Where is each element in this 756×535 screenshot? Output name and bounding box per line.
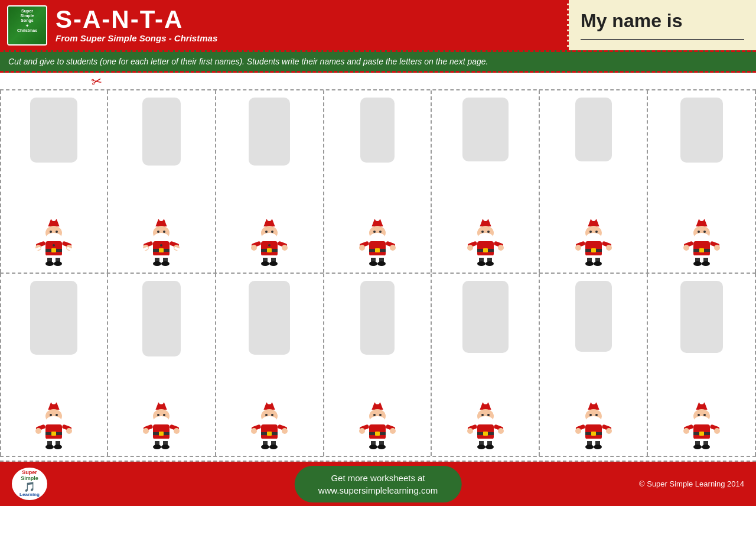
- svg-point-80: [369, 261, 377, 266]
- svg-point-161: [159, 400, 164, 404]
- svg-point-24: [159, 216, 164, 221]
- svg-point-125: [698, 231, 700, 233]
- svg-point-145: [56, 414, 58, 416]
- letter-box: [30, 98, 77, 163]
- svg-point-17: [45, 261, 54, 266]
- svg-point-108: [586, 233, 601, 242]
- svg-point-68: [373, 231, 376, 233]
- svg-point-95: [467, 245, 473, 251]
- svg-rect-41: [153, 255, 170, 258]
- header: SuperSimpleSongs✦Christmas S-A-N-T-A Fro…: [0, 0, 756, 50]
- footer-copyright: © Super Simple Learning 2014: [639, 479, 744, 488]
- svg-rect-234: [477, 439, 494, 441]
- book-cover: SuperSimpleSongs✦Christmas: [7, 5, 47, 46]
- santa-figure: [568, 215, 618, 268]
- santa-figure: [136, 398, 187, 451]
- svg-point-157: [54, 445, 62, 449]
- footer-website-line2: www.supersimplelearning.com: [318, 484, 438, 497]
- bottom-cut-line: [0, 457, 756, 462]
- svg-rect-120: [585, 255, 602, 258]
- svg-rect-111: [591, 248, 596, 252]
- svg-point-6: [46, 233, 61, 242]
- svg-point-156: [45, 445, 54, 449]
- svg-point-5: [56, 231, 58, 233]
- svg-rect-177: [153, 439, 170, 441]
- svg-point-176: [161, 445, 170, 449]
- svg-point-153: [66, 428, 72, 434]
- svg-rect-92: [483, 248, 488, 252]
- my-name-label: My name is: [581, 10, 744, 32]
- svg-rect-272: [693, 439, 710, 441]
- svg-point-213: [369, 445, 377, 449]
- svg-point-218: [483, 400, 488, 404]
- letter-box: [142, 281, 181, 356]
- instruction-bar: Cut and give to students (one for each l…: [0, 50, 756, 73]
- svg-point-194: [261, 445, 269, 449]
- santa-figure: [676, 215, 726, 268]
- svg-point-127: [694, 233, 709, 242]
- svg-point-133: [683, 245, 689, 251]
- name-section: My name is: [567, 0, 756, 50]
- svg-point-96: [498, 245, 504, 251]
- santa-figure: [29, 215, 79, 268]
- svg-point-222: [478, 416, 493, 426]
- svg-point-85: [483, 216, 488, 221]
- svg-point-266: [683, 428, 689, 434]
- svg-point-183: [271, 414, 273, 416]
- grid-cell: [324, 274, 432, 456]
- svg-point-28: [154, 233, 169, 242]
- svg-point-18: [54, 261, 62, 266]
- svg-point-69: [379, 231, 382, 233]
- svg-point-40: [161, 261, 170, 266]
- letter-box: [680, 98, 723, 163]
- svg-point-259: [703, 414, 706, 416]
- svg-point-171: [143, 428, 149, 434]
- svg-point-214: [377, 445, 386, 449]
- header-title: S-A-N-T-A From Super Simple Songs - Chri…: [56, 7, 217, 43]
- svg-point-2: [51, 216, 56, 221]
- santa-figure: [676, 398, 726, 451]
- letter-box: [462, 98, 509, 161]
- svg-point-61: [261, 261, 269, 266]
- grid-cell: [216, 274, 324, 456]
- letter-box: [575, 281, 612, 352]
- santa-figure: [245, 215, 295, 268]
- svg-rect-73: [375, 248, 380, 252]
- svg-point-134: [714, 245, 720, 251]
- svg-point-190: [251, 428, 257, 434]
- svg-point-126: [703, 231, 706, 233]
- svg-rect-158: [45, 439, 62, 441]
- letter-box: [360, 98, 395, 163]
- svg-point-229: [498, 428, 504, 434]
- svg-point-119: [594, 261, 602, 266]
- svg-point-191: [282, 428, 288, 434]
- svg-point-62: [269, 261, 278, 266]
- svg-point-114: [575, 245, 581, 251]
- svg-point-271: [702, 445, 710, 449]
- svg-point-175: [153, 445, 161, 449]
- svg-point-251: [585, 445, 594, 449]
- svg-point-209: [359, 428, 365, 434]
- ssl-circle: Super Simple 🎵 Learning: [12, 468, 47, 500]
- svg-point-152: [35, 428, 41, 434]
- grid-cell: [432, 274, 540, 456]
- svg-point-210: [390, 428, 396, 434]
- svg-rect-139: [693, 255, 710, 258]
- svg-point-172: [174, 428, 180, 434]
- svg-rect-196: [261, 439, 278, 441]
- svg-point-4: [50, 231, 52, 233]
- svg-point-138: [702, 261, 710, 266]
- svg-point-137: [693, 261, 702, 266]
- svg-point-202: [379, 414, 382, 416]
- svg-point-221: [487, 414, 490, 416]
- svg-point-195: [269, 445, 278, 449]
- name-underline: [581, 39, 744, 40]
- svg-point-66: [375, 216, 380, 221]
- grid-cell: [540, 274, 648, 456]
- santa-figure: [460, 215, 510, 268]
- svg-point-201: [373, 414, 376, 416]
- svg-point-240: [595, 414, 598, 416]
- svg-point-76: [359, 245, 365, 251]
- grid-cell: [108, 90, 216, 273]
- svg-point-77: [390, 245, 396, 251]
